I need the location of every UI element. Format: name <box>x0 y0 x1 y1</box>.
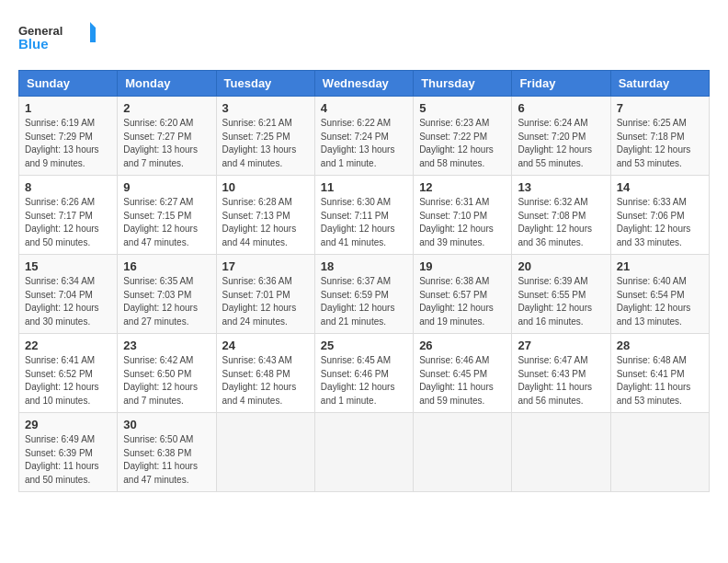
calendar-cell: 22Sunrise: 6:41 AM Sunset: 6:52 PM Dayli… <box>19 334 118 413</box>
day-info: Sunrise: 6:40 AM Sunset: 6:54 PM Dayligh… <box>617 275 703 328</box>
day-number: 9 <box>123 180 210 194</box>
calendar-week-row: 1Sunrise: 6:19 AM Sunset: 7:29 PM Daylig… <box>19 97 710 176</box>
day-info: Sunrise: 6:23 AM Sunset: 7:22 PM Dayligh… <box>419 117 506 170</box>
day-number: 29 <box>25 418 111 431</box>
calendar-cell: 13Sunrise: 6:32 AM Sunset: 7:08 PM Dayli… <box>512 176 610 255</box>
calendar-cell: 10Sunrise: 6:28 AM Sunset: 7:13 PM Dayli… <box>216 176 314 255</box>
day-info: Sunrise: 6:25 AM Sunset: 7:18 PM Dayligh… <box>617 117 703 170</box>
day-number: 6 <box>518 101 604 115</box>
day-info: Sunrise: 6:47 AM Sunset: 6:43 PM Dayligh… <box>518 354 604 408</box>
calendar-header-row: SundayMondayTuesdayWednesdayThursdayFrid… <box>19 71 710 97</box>
day-info: Sunrise: 6:35 AM Sunset: 7:03 PM Dayligh… <box>123 275 210 328</box>
day-info: Sunrise: 6:26 AM Sunset: 7:17 PM Dayligh… <box>25 196 111 249</box>
calendar-cell: 16Sunrise: 6:35 AM Sunset: 7:03 PM Dayli… <box>118 255 216 334</box>
calendar-cell <box>610 413 709 492</box>
day-info: Sunrise: 6:50 AM Sunset: 6:38 PM Dayligh… <box>123 433 210 487</box>
calendar-cell: 14Sunrise: 6:33 AM Sunset: 7:06 PM Dayli… <box>610 176 709 255</box>
calendar-cell: 18Sunrise: 6:37 AM Sunset: 6:59 PM Dayli… <box>314 255 413 334</box>
header-saturday: Saturday <box>610 71 709 97</box>
day-info: Sunrise: 6:28 AM Sunset: 7:13 PM Dayligh… <box>222 196 309 249</box>
day-number: 2 <box>123 101 210 115</box>
calendar-cell: 19Sunrise: 6:38 AM Sunset: 6:57 PM Dayli… <box>414 255 512 334</box>
day-info: Sunrise: 6:33 AM Sunset: 7:06 PM Dayligh… <box>617 196 703 249</box>
calendar-cell: 11Sunrise: 6:30 AM Sunset: 7:11 PM Dayli… <box>314 176 413 255</box>
calendar-cell: 9Sunrise: 6:27 AM Sunset: 7:15 PM Daylig… <box>118 176 216 255</box>
day-info: Sunrise: 6:24 AM Sunset: 7:20 PM Dayligh… <box>518 117 604 170</box>
svg-marker-2 <box>90 22 101 42</box>
calendar-cell: 6Sunrise: 6:24 AM Sunset: 7:20 PM Daylig… <box>512 97 610 176</box>
calendar-cell: 4Sunrise: 6:22 AM Sunset: 7:24 PM Daylig… <box>314 97 413 176</box>
header-tuesday: Tuesday <box>216 71 314 97</box>
day-info: Sunrise: 6:36 AM Sunset: 7:01 PM Dayligh… <box>222 275 309 328</box>
day-number: 8 <box>25 180 111 194</box>
svg-text:Blue: Blue <box>18 36 49 52</box>
day-number: 22 <box>25 339 111 352</box>
calendar-cell: 1Sunrise: 6:19 AM Sunset: 7:29 PM Daylig… <box>19 97 118 176</box>
calendar-week-row: 22Sunrise: 6:41 AM Sunset: 6:52 PM Dayli… <box>19 334 710 413</box>
calendar-cell: 2Sunrise: 6:20 AM Sunset: 7:27 PM Daylig… <box>118 97 216 176</box>
calendar-cell: 30Sunrise: 6:50 AM Sunset: 6:38 PM Dayli… <box>118 413 216 492</box>
calendar-cell: 20Sunrise: 6:39 AM Sunset: 6:55 PM Dayli… <box>512 255 610 334</box>
calendar-cell: 21Sunrise: 6:40 AM Sunset: 6:54 PM Dayli… <box>610 255 709 334</box>
day-info: Sunrise: 6:32 AM Sunset: 7:08 PM Dayligh… <box>518 196 604 249</box>
day-number: 14 <box>617 180 703 194</box>
calendar-cell <box>414 413 512 492</box>
day-info: Sunrise: 6:37 AM Sunset: 6:59 PM Dayligh… <box>321 275 407 328</box>
day-info: Sunrise: 6:42 AM Sunset: 6:50 PM Dayligh… <box>123 354 210 408</box>
day-info: Sunrise: 6:19 AM Sunset: 7:29 PM Dayligh… <box>25 117 111 170</box>
calendar-cell: 15Sunrise: 6:34 AM Sunset: 7:04 PM Dayli… <box>19 255 118 334</box>
header-friday: Friday <box>512 71 610 97</box>
day-info: Sunrise: 6:31 AM Sunset: 7:10 PM Dayligh… <box>419 196 506 249</box>
day-number: 30 <box>123 418 210 431</box>
calendar-cell: 24Sunrise: 6:43 AM Sunset: 6:48 PM Dayli… <box>216 334 314 413</box>
day-number: 10 <box>222 180 309 194</box>
day-number: 25 <box>321 339 407 352</box>
day-number: 5 <box>419 101 506 115</box>
calendar-cell: 12Sunrise: 6:31 AM Sunset: 7:10 PM Dayli… <box>414 176 512 255</box>
day-info: Sunrise: 6:49 AM Sunset: 6:39 PM Dayligh… <box>25 433 111 487</box>
day-number: 11 <box>321 180 407 194</box>
calendar-cell: 28Sunrise: 6:48 AM Sunset: 6:41 PM Dayli… <box>610 334 709 413</box>
calendar-cell <box>216 413 314 492</box>
day-number: 23 <box>123 339 210 352</box>
day-number: 13 <box>518 180 604 194</box>
day-info: Sunrise: 6:39 AM Sunset: 6:55 PM Dayligh… <box>518 275 604 328</box>
day-info: Sunrise: 6:27 AM Sunset: 7:15 PM Dayligh… <box>123 196 210 249</box>
header-monday: Monday <box>118 71 216 97</box>
day-number: 7 <box>617 101 703 115</box>
day-number: 3 <box>222 101 309 115</box>
calendar-cell: 8Sunrise: 6:26 AM Sunset: 7:17 PM Daylig… <box>19 176 118 255</box>
day-number: 28 <box>617 339 703 352</box>
calendar-cell: 29Sunrise: 6:49 AM Sunset: 6:39 PM Dayli… <box>19 413 118 492</box>
day-number: 16 <box>123 259 210 273</box>
day-number: 4 <box>321 101 407 115</box>
day-number: 12 <box>419 180 506 194</box>
logo-svg: General Blue <box>18 18 101 55</box>
day-info: Sunrise: 6:43 AM Sunset: 6:48 PM Dayligh… <box>222 354 309 408</box>
day-info: Sunrise: 6:45 AM Sunset: 6:46 PM Dayligh… <box>321 354 407 408</box>
day-number: 20 <box>518 259 604 273</box>
day-number: 24 <box>222 339 309 352</box>
day-info: Sunrise: 6:48 AM Sunset: 6:41 PM Dayligh… <box>617 354 703 408</box>
day-number: 19 <box>419 259 506 273</box>
day-info: Sunrise: 6:21 AM Sunset: 7:25 PM Dayligh… <box>222 117 309 170</box>
header-sunday: Sunday <box>19 71 118 97</box>
day-number: 1 <box>25 101 111 115</box>
logo: General Blue <box>18 18 101 55</box>
calendar-cell: 7Sunrise: 6:25 AM Sunset: 7:18 PM Daylig… <box>610 97 709 176</box>
calendar-cell: 5Sunrise: 6:23 AM Sunset: 7:22 PM Daylig… <box>414 97 512 176</box>
day-number: 26 <box>419 339 506 352</box>
calendar-cell <box>512 413 610 492</box>
calendar-cell: 25Sunrise: 6:45 AM Sunset: 6:46 PM Dayli… <box>314 334 413 413</box>
calendar-week-row: 29Sunrise: 6:49 AM Sunset: 6:39 PM Dayli… <box>19 413 710 492</box>
day-number: 15 <box>25 259 111 273</box>
day-info: Sunrise: 6:22 AM Sunset: 7:24 PM Dayligh… <box>321 117 407 170</box>
page-header: General Blue <box>18 18 710 55</box>
day-info: Sunrise: 6:38 AM Sunset: 6:57 PM Dayligh… <box>419 275 506 328</box>
calendar-cell: 17Sunrise: 6:36 AM Sunset: 7:01 PM Dayli… <box>216 255 314 334</box>
day-info: Sunrise: 6:30 AM Sunset: 7:11 PM Dayligh… <box>321 196 407 249</box>
calendar-cell: 3Sunrise: 6:21 AM Sunset: 7:25 PM Daylig… <box>216 97 314 176</box>
header-wednesday: Wednesday <box>314 71 413 97</box>
day-info: Sunrise: 6:41 AM Sunset: 6:52 PM Dayligh… <box>25 354 111 408</box>
calendar-cell: 27Sunrise: 6:47 AM Sunset: 6:43 PM Dayli… <box>512 334 610 413</box>
